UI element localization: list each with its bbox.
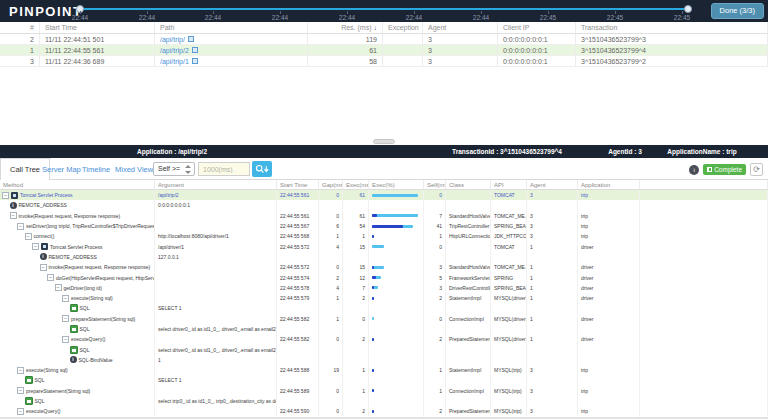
column-header[interactable]: Method xyxy=(0,180,155,189)
tree-row[interactable]: −execute(String sql)22:44:55 5881911Stat… xyxy=(0,365,768,375)
open-transaction-icon[interactable] xyxy=(188,36,194,42)
cell-start-time xyxy=(277,324,319,334)
timeline-tick-label: 22:44 xyxy=(473,14,489,21)
column-header[interactable]: Agent xyxy=(527,180,578,189)
tree-row[interactable]: SQLselect driver0_.id as id1_0_, driver0… xyxy=(0,344,768,354)
cell-exec-percent xyxy=(369,283,424,293)
tree-row[interactable]: SQLselect trip0_.id as id1_0_, trip0_.de… xyxy=(0,396,768,406)
server-process-icon xyxy=(41,243,48,250)
tab-timeline[interactable]: Timeline xyxy=(82,165,110,174)
tab-server-map[interactable]: Server Map xyxy=(42,165,81,174)
tree-row[interactable]: −doGet(HttpServletRequest request, HttpS… xyxy=(0,272,768,282)
cell-agent xyxy=(527,252,578,262)
tree-expander-icon[interactable]: − xyxy=(62,315,69,322)
tree-row[interactable]: −Tomcat Servlet Process/api/driver/122:4… xyxy=(0,241,768,251)
path-link[interactable]: /api/trip/ xyxy=(160,36,185,43)
transaction-row[interactable]: 211/11 22:44:51 501/api/trip/11930:0:0:0… xyxy=(0,34,768,45)
tree-expander-icon[interactable]: − xyxy=(17,367,24,374)
tab-mixed-view[interactable]: Mixed View xyxy=(115,165,153,174)
tree-row[interactable]: −executeQuery()22:44:55 590022PreparedSt… xyxy=(0,406,768,416)
timeline-slider-right-handle[interactable] xyxy=(684,5,692,13)
exec-bar xyxy=(372,225,418,228)
transaction-row[interactable]: 311/11 22:44:36 689/api/trip/15830:0:0:0… xyxy=(0,56,768,67)
tree-row[interactable]: −execute(String sql)22:44:55 579122State… xyxy=(0,293,768,303)
splitter-handle[interactable] xyxy=(373,139,395,144)
path-link[interactable]: /api/trip/1 xyxy=(160,58,189,65)
open-transaction-icon[interactable] xyxy=(192,47,198,53)
tree-row[interactable]: −getDriver(long id)22:44:55 578473Driver… xyxy=(0,283,768,293)
path-link[interactable]: /api/trip/2 xyxy=(160,47,189,54)
column-header[interactable]: Argument xyxy=(155,180,277,189)
transaction-row[interactable]: 111/11 22:44:55 561/api/trip/26130:0:0:0… xyxy=(0,45,768,56)
column-header[interactable]: Class xyxy=(446,180,491,189)
cell-argument: /api/trip/2 xyxy=(155,190,277,200)
done-button[interactable]: Done (3/3) xyxy=(711,3,764,19)
tree-row[interactable]: SQLselect driver0_.id as id1_0_, driver0… xyxy=(0,324,768,334)
column-header[interactable]: Exception xyxy=(383,22,423,33)
refresh-button[interactable]: ⟳ xyxy=(750,163,763,176)
tree-expander-icon[interactable]: − xyxy=(2,192,9,199)
cell-exception xyxy=(383,45,423,55)
column-header[interactable]: Transaction xyxy=(576,22,768,33)
column-header[interactable]: Path xyxy=(155,22,308,33)
tree-expander-icon[interactable]: − xyxy=(55,284,62,291)
tree-row[interactable]: −prepareStatement(String sql)22:44:55 58… xyxy=(0,386,768,396)
method-label: prepareStatement(String sql) xyxy=(26,388,90,394)
column-header[interactable]: Application xyxy=(578,180,640,189)
timeline-slider[interactable] xyxy=(80,8,688,10)
cell-start-time xyxy=(277,303,319,313)
column-header[interactable]: Exec(%) xyxy=(369,180,424,189)
column-header[interactable]: API xyxy=(491,180,527,189)
self-filter-select[interactable]: Self >= xyxy=(153,162,195,176)
column-header[interactable]: Start Time xyxy=(40,22,155,33)
cell-api: MYSQL(trip) xyxy=(491,365,527,375)
tree-expander-icon[interactable]: − xyxy=(17,408,24,415)
tree-expander-icon[interactable]: − xyxy=(17,387,24,394)
tree-row[interactable]: iREMOTE_ADDRESS0:0:0:0:0:0:0:1 xyxy=(0,200,768,210)
column-header[interactable]: # xyxy=(0,22,40,33)
tree-expander-icon[interactable]: − xyxy=(25,233,32,240)
cell-application xyxy=(578,303,640,313)
info-transaction-id: TransactionId : 3^1510436523799^4 xyxy=(452,148,562,155)
tree-expander-icon[interactable]: − xyxy=(10,212,17,219)
cell-exec-ms: 61 xyxy=(343,190,369,200)
tree-expander-icon[interactable]: − xyxy=(17,223,24,230)
cell-application: trip xyxy=(578,231,640,241)
cell-start-time xyxy=(277,355,319,365)
tree-row[interactable]: SQLSELECT 1 xyxy=(0,375,768,385)
exec-bar xyxy=(372,276,418,279)
tree-row[interactable]: −prepareStatement(String sql)22:44:55 58… xyxy=(0,314,768,324)
column-header[interactable]: Agent xyxy=(423,22,498,33)
hint-icon[interactable]: i xyxy=(689,165,699,175)
method-label: Tomcat Servlet Process xyxy=(20,192,73,198)
tree-row[interactable]: −Tomcat Servlet Process/api/trip/222:44:… xyxy=(0,190,768,200)
tree-row[interactable]: −invoke(Request request, Response respon… xyxy=(0,211,768,221)
exec-bar-total xyxy=(372,245,384,248)
filter-ms-input[interactable] xyxy=(198,162,250,176)
method-label: connect() xyxy=(34,233,55,239)
tree-row[interactable]: iREMOTE_ADDRESS127.0.0.1 xyxy=(0,252,768,262)
column-header[interactable]: Res. (ms)↓ xyxy=(308,22,383,33)
column-header[interactable]: Gap(ms) xyxy=(319,180,343,189)
tree-row[interactable]: −setDriver(long tripId, TripRestControll… xyxy=(0,221,768,231)
tree-row[interactable]: SQLSELECT 1 xyxy=(0,303,768,313)
column-header[interactable]: Self(ms) xyxy=(424,180,446,189)
tree-row[interactable]: −connect()http://localhost:8080/api/driv… xyxy=(0,231,768,241)
tree-expander-icon[interactable]: − xyxy=(40,264,47,271)
timeline-tick-label: 22:45 xyxy=(674,14,690,21)
tree-row[interactable]: −invoke(Request request, Response respon… xyxy=(0,262,768,272)
tree-expander-icon[interactable]: − xyxy=(62,336,69,343)
tree-row[interactable]: −executeQuery()22:44:55 582022PreparedSt… xyxy=(0,334,768,344)
column-header[interactable]: Start Time xyxy=(277,180,319,189)
cell-self-ms xyxy=(424,396,446,406)
cell-filler xyxy=(640,241,768,251)
column-header[interactable]: Exec(ms) xyxy=(343,180,369,189)
open-transaction-icon[interactable] xyxy=(192,58,198,64)
search-button[interactable] xyxy=(252,161,272,177)
tree-expander-icon[interactable]: − xyxy=(32,243,39,250)
tree-row[interactable]: iSQL-BindValue1 xyxy=(0,355,768,365)
column-header[interactable]: Client IP xyxy=(498,22,576,33)
tree-expander-icon[interactable]: − xyxy=(62,295,69,302)
tree-expander-icon[interactable]: − xyxy=(47,274,54,281)
cell-class: StatementImpl xyxy=(446,365,491,375)
